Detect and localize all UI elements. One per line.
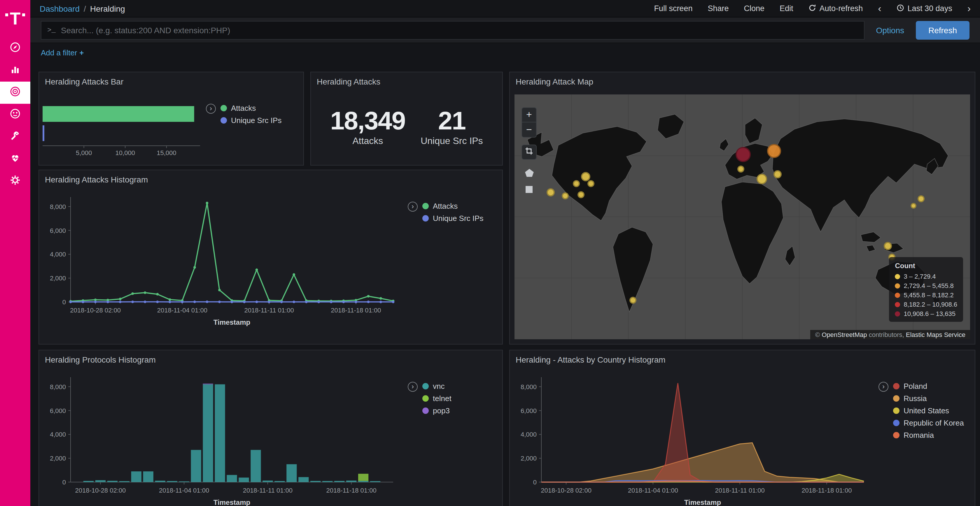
svg-text:0: 0	[533, 479, 537, 486]
add-filter-link[interactable]: Add a filter+	[41, 48, 84, 57]
legend-item[interactable]: 2,729.4 – 5,455.8	[895, 282, 958, 289]
rectangle-tool-button[interactable]	[522, 183, 537, 198]
legend-item[interactable]: vnc	[422, 382, 452, 390]
legend-dot-icon	[895, 283, 900, 288]
panel-attacks-bar: Heralding Attacks Bar 5,00010,00015,000 …	[38, 72, 304, 165]
time-range-picker[interactable]: Last 30 days	[897, 4, 952, 13]
svg-text:2018-11-18 01:00: 2018-11-18 01:00	[802, 487, 852, 494]
edit-button[interactable]: Edit	[780, 4, 793, 13]
metric-label: Attacks	[330, 136, 405, 146]
map-attribution: © OpenStreetMap contributors, Elastic Ma…	[811, 330, 970, 339]
sidebar-item-tools[interactable]	[0, 126, 30, 148]
legend-item[interactable]: Republic of Korea	[893, 419, 964, 427]
attack-marker[interactable]	[547, 188, 555, 197]
legend-toggle-icon[interactable]: ›	[408, 202, 418, 212]
search-box: >_	[41, 21, 864, 40]
attacks-line-chart[interactable]: 02,0004,0006,0008,0002018-10-28 02:00201…	[43, 189, 401, 332]
svg-text:0: 0	[62, 298, 66, 306]
legend-dot-icon	[422, 408, 429, 414]
legend-label: Russia	[904, 394, 927, 403]
breadcrumb-current: Heralding	[90, 4, 125, 13]
legend-item[interactable]: 3 – 2,729.4	[895, 273, 958, 280]
svg-text:4,000: 4,000	[50, 431, 66, 438]
polygon-tool-button[interactable]	[522, 167, 537, 182]
time-back-chevron[interactable]: ‹	[878, 3, 881, 13]
legend-item[interactable]: 10,908.6 – 13,635	[895, 310, 958, 317]
time-forward-chevron[interactable]: ›	[967, 3, 970, 13]
country-area-chart[interactable]: 02,0004,0006,0008,0002018-10-28 02:00201…	[513, 369, 872, 506]
panel-attack-map: Heralding Attack Map	[509, 72, 975, 344]
protocols-bar-chart[interactable]: 02,0004,0006,0008,0002018-10-28 02:00201…	[43, 369, 401, 506]
sidebar-item-health[interactable]	[0, 148, 30, 170]
legend-toggle-icon[interactable]: ›	[206, 104, 216, 114]
attacks-bar-chart[interactable]: 5,00010,00015,000	[41, 98, 216, 159]
attack-marker[interactable]	[629, 297, 636, 304]
legend-label: pop3	[433, 406, 450, 415]
legend-label: Republic of Korea	[904, 419, 964, 427]
panel-title: Heralding Attacks Histogram	[45, 175, 148, 184]
svg-text:2018-11-18 01:00: 2018-11-18 01:00	[326, 487, 377, 494]
sidebar-item-settings[interactable]	[0, 170, 30, 192]
attack-marker[interactable]	[562, 193, 569, 200]
sidebar-item-honeypot[interactable]	[0, 104, 30, 126]
legend-dot-icon	[895, 311, 900, 316]
sidebar: T	[0, 0, 30, 506]
openstreetmap-link[interactable]: OpenStreetMap	[822, 331, 867, 338]
sidebar-item-discover[interactable]	[0, 37, 30, 59]
legend-label: Poland	[904, 382, 927, 390]
legend-item[interactable]: pop3	[422, 406, 452, 415]
panel-attacks-metric: Heralding Attacks 18,349 Attacks 21 Uniq…	[310, 72, 503, 165]
auto-refresh-button[interactable]: Auto-refresh	[808, 4, 863, 13]
panel-title: Heralding Attacks Bar	[45, 77, 123, 86]
attack-marker[interactable]	[911, 203, 916, 209]
attack-marker[interactable]	[918, 195, 925, 202]
clone-button[interactable]: Clone	[744, 4, 765, 13]
svg-text:2018-11-11 01:00: 2018-11-11 01:00	[243, 487, 293, 494]
legend-item[interactable]: 5,455.8 – 8,182.2	[895, 292, 958, 298]
legend-item[interactable]: Russia	[893, 394, 964, 403]
world-map[interactable]: + − Count 3 – 2,729.42,729.4 – 5,455.85,…	[514, 94, 970, 339]
attack-marker[interactable]	[578, 191, 584, 198]
attack-marker[interactable]	[573, 181, 580, 187]
telekom-logo[interactable]: T	[0, 0, 30, 37]
attack-marker[interactable]	[773, 170, 781, 178]
attack-marker[interactable]	[581, 172, 590, 181]
zoom-out-button[interactable]: −	[522, 122, 537, 138]
legend-item[interactable]: Attacks	[221, 104, 282, 113]
share-button[interactable]: Share	[708, 4, 729, 13]
legend-item[interactable]: Unique Src IPs	[221, 116, 282, 125]
svg-text:6,000: 6,000	[520, 407, 537, 414]
svg-text:4,000: 4,000	[520, 431, 537, 438]
metric-value: 21	[421, 106, 483, 135]
legend-toggle-icon[interactable]: ›	[878, 382, 888, 392]
breadcrumb-dashboard-link[interactable]: Dashboard	[40, 4, 80, 13]
attack-marker[interactable]	[737, 165, 745, 173]
legend-item[interactable]: Attacks	[422, 202, 483, 211]
crop-tool-button[interactable]	[522, 144, 537, 160]
legend-item[interactable]: 8,182.2 – 10,908.6	[895, 301, 958, 308]
attack-marker[interactable]	[757, 174, 767, 184]
attack-marker[interactable]	[587, 181, 594, 187]
refresh-cycle-icon	[808, 4, 816, 13]
sidebar-item-visualize[interactable]	[0, 59, 30, 82]
legend-item[interactable]: Unique Src IPs	[422, 214, 483, 223]
legend-toggle-icon[interactable]: ›	[408, 382, 418, 392]
refresh-button[interactable]: Refresh	[916, 21, 969, 40]
svg-text:2018-10-28 02:00: 2018-10-28 02:00	[75, 487, 126, 494]
legend-item[interactable]: Romania	[893, 431, 964, 439]
zoom-in-button[interactable]: +	[522, 107, 537, 122]
attack-marker[interactable]	[736, 147, 751, 162]
legend-dot-icon	[221, 105, 227, 111]
legend-label: 3 – 2,729.4	[904, 273, 936, 280]
sidebar-item-dashboard[interactable]	[0, 82, 30, 104]
attack-marker[interactable]	[767, 144, 781, 158]
elastic-maps-link[interactable]: Elastic Maps Service	[906, 331, 966, 338]
svg-text:4,000: 4,000	[50, 251, 66, 258]
search-input[interactable]	[61, 25, 858, 35]
options-link[interactable]: Options	[876, 25, 904, 35]
legend-item[interactable]: United States	[893, 406, 964, 415]
legend-item[interactable]: telnet	[422, 394, 452, 403]
legend-item[interactable]: Poland	[893, 382, 964, 390]
attack-marker[interactable]	[884, 242, 892, 251]
full-screen-button[interactable]: Full screen	[654, 4, 692, 13]
